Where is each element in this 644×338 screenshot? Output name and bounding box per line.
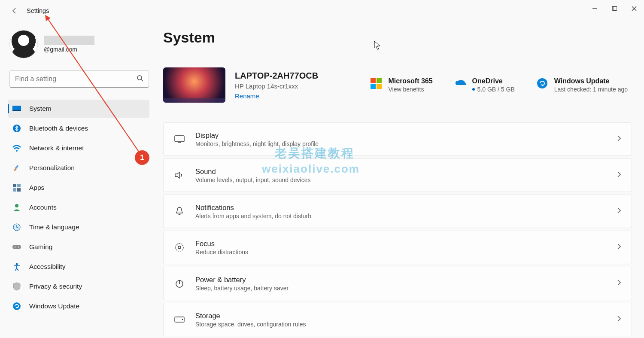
sound-icon (174, 171, 185, 180)
ms365-icon (370, 77, 382, 89)
back-button[interactable] (6, 2, 23, 19)
status-card-onedrive[interactable]: OneDrive 5.0 GB / 5 GB (454, 77, 515, 93)
device-info: LAPTOP-2AH77OCB HP Laptop 14s-cr1xxx Ren… (235, 71, 318, 100)
svg-point-10 (16, 150, 18, 152)
svg-rect-12 (13, 184, 16, 187)
gamepad-icon (12, 242, 21, 252)
row-title: Display (195, 131, 319, 140)
device-summary-row: LAPTOP-2AH77OCB HP Laptop 14s-cr1xxx Ren… (163, 67, 632, 103)
svg-rect-14 (13, 188, 16, 192)
status-title: Windows Update (554, 77, 628, 85)
chevron-right-icon (617, 315, 621, 324)
status-title: Microsoft 365 (388, 77, 432, 85)
main-panel: System LAPTOP-2AH77OCB HP Laptop 14s-cr1… (163, 29, 632, 338)
svg-point-20 (18, 247, 19, 248)
user-info: @gmail.com (44, 36, 94, 53)
storage-icon (174, 317, 185, 323)
person-icon (12, 203, 21, 212)
user-name-redacted (44, 36, 94, 45)
sidebar-item-network[interactable]: Network & internet (8, 139, 149, 157)
sidebar-item-personalization[interactable]: Personalization (8, 159, 149, 177)
minimize-icon (592, 6, 597, 11)
status-sub: 5.0 GB / 5 GB (472, 86, 515, 93)
sidebar-item-label: Time & language (29, 223, 79, 231)
page-title: System (163, 29, 632, 46)
chevron-right-icon (617, 207, 621, 216)
chevron-right-icon (617, 171, 621, 180)
paintbrush-icon (12, 163, 21, 173)
row-title: Sound (195, 167, 311, 176)
user-profile[interactable]: @gmail.com (9, 30, 94, 58)
sidebar-item-apps[interactable]: Apps (8, 179, 149, 197)
update-icon (536, 77, 548, 89)
row-desc: Volume levels, output, input, sound devi… (195, 177, 311, 183)
shield-icon (12, 282, 21, 291)
search-field[interactable] (9, 70, 149, 88)
window-controls (585, 0, 644, 17)
sidebar-item-accessibility[interactable]: Accessibility (8, 258, 149, 276)
maximize-icon (612, 6, 617, 11)
maximize-button[interactable] (605, 0, 624, 17)
wifi-icon (12, 143, 21, 153)
svg-rect-24 (175, 136, 184, 142)
sidebar-item-label: Gaming (29, 243, 52, 251)
device-rename-link[interactable]: Rename (235, 92, 318, 100)
settings-row-power[interactable]: Power & batterySleep, battery usage, bat… (163, 267, 632, 300)
status-card-windows-update[interactable]: Windows Update Last checked: 1 minute ag… (536, 77, 628, 93)
sidebar-item-label: Apps (29, 184, 44, 192)
sidebar-item-label: Accessibility (29, 263, 65, 271)
device-thumbnail[interactable] (163, 67, 225, 103)
settings-row-focus[interactable]: FocusReduce distractions (163, 231, 632, 264)
sidebar-item-privacy[interactable]: Privacy & security (8, 277, 149, 295)
sidebar-item-accounts[interactable]: Accounts (8, 198, 149, 216)
sidebar-item-label: Network & internet (29, 144, 84, 152)
svg-point-5 (137, 76, 142, 80)
settings-row-sound[interactable]: SoundVolume levels, output, input, sound… (163, 158, 632, 192)
update-icon (12, 301, 21, 311)
chevron-right-icon (617, 243, 621, 252)
avatar (9, 30, 38, 58)
row-title: Power & battery (195, 276, 289, 284)
svg-point-26 (176, 244, 183, 251)
sidebar-item-gaming[interactable]: Gaming (8, 238, 149, 256)
accessibility-icon (12, 262, 21, 271)
sidebar-item-label: Windows Update (29, 302, 79, 310)
chevron-right-icon (617, 135, 621, 143)
sidebar-item-system[interactable]: System (8, 100, 149, 118)
arrow-left-icon (11, 7, 18, 14)
sidebar-item-windows-update[interactable]: Windows Update (8, 297, 149, 315)
status-sub: View benefits (388, 86, 432, 93)
title-bar: Settings (0, 0, 644, 21)
onedrive-icon (454, 77, 466, 89)
settings-row-notifications[interactable]: NotificationsAlerts from apps and system… (163, 195, 632, 228)
svg-point-22 (13, 302, 21, 310)
sidebar-item-bluetooth[interactable]: Bluetooth & devices (8, 119, 149, 137)
svg-point-16 (15, 204, 18, 207)
status-title: OneDrive (472, 77, 515, 85)
power-icon (174, 279, 185, 288)
sidebar-item-label: Privacy & security (29, 283, 82, 290)
close-button[interactable] (624, 0, 644, 17)
chevron-right-icon (617, 279, 621, 288)
settings-row-display[interactable]: DisplayMonitors, brightness, night light… (163, 122, 632, 156)
sidebar-item-time-language[interactable]: Time & language (8, 218, 149, 236)
search-icon (137, 75, 143, 83)
display-icon (174, 135, 185, 143)
sidebar-item-label: Personalization (29, 164, 75, 172)
focus-icon (174, 243, 185, 252)
svg-point-21 (16, 263, 18, 265)
bluetooth-icon (12, 124, 21, 133)
row-desc: Alerts from apps and system, do not dist… (195, 213, 311, 219)
settings-row-storage[interactable]: StorageStorage space, drives, configurat… (163, 303, 632, 336)
search-input[interactable] (15, 75, 137, 83)
system-icon (12, 104, 21, 113)
sidebar-item-label: Accounts (29, 204, 57, 211)
settings-list: DisplayMonitors, brightness, night light… (163, 122, 632, 336)
minimize-button[interactable] (585, 0, 605, 17)
row-desc: Sleep, battery usage, battery saver (195, 285, 289, 292)
svg-line-6 (141, 79, 143, 81)
svg-point-19 (15, 247, 16, 248)
svg-rect-8 (12, 110, 21, 111)
row-desc: Monitors, brightness, night light, displ… (195, 140, 319, 147)
status-card-ms365[interactable]: Microsoft 365 View benefits (370, 77, 432, 93)
